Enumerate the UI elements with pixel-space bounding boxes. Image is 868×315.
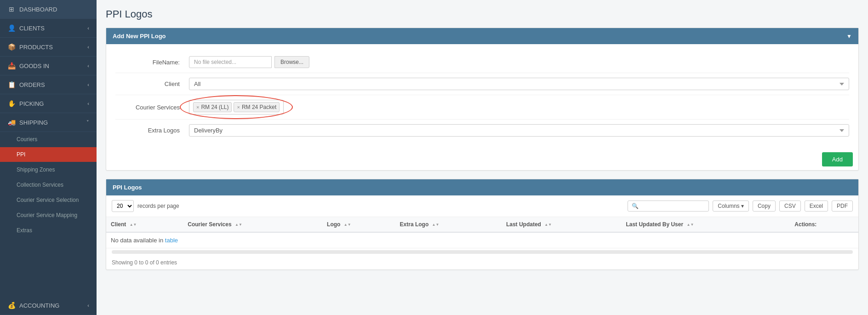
col-client: Client ▲▼ (106, 217, 183, 232)
col-last-updated-by: Last Updated By User ▲▼ (621, 217, 790, 232)
search-input[interactable] (640, 203, 705, 209)
collapse-icon[interactable]: ▼ (846, 33, 852, 40)
client-row: Client All (115, 73, 849, 95)
main-content: PPI Logos Add New PPI Logo ▼ FileName: N… (97, 0, 868, 315)
extra-logos-select[interactable]: DeliveryBy (189, 124, 849, 137)
courier-services-row: Courier Services × RM 24 (LL) × RM 24 Pa… (115, 95, 849, 120)
per-page-select[interactable]: 20 (112, 200, 134, 212)
courier-services-label: Courier Services (115, 104, 189, 111)
sidebar-item-label: CLIENTS (19, 25, 45, 32)
sort-extralogo-icon[interactable]: ▲▼ (432, 223, 440, 227)
add-form-title: Add New PPI Logo (113, 33, 166, 40)
chevron-icon: ‹ (87, 303, 89, 308)
sidebar-item-accounting[interactable]: 💰 ACCOUNTING ‹ (0, 296, 97, 315)
table-card-header: PPI Logos (106, 179, 858, 195)
chevron-icon: ˅ (86, 120, 89, 126)
sidebar-item-shipping[interactable]: 🚚 SHIPPING ˅ (0, 113, 97, 132)
courier-services-control: × RM 24 (LL) × RM 24 Packet (189, 100, 849, 115)
no-data-cell: No data available in table (106, 232, 858, 248)
col-courier-services: Courier Services ▲▼ (183, 217, 322, 232)
sidebar-item-extras[interactable]: Extras (0, 223, 97, 238)
sidebar-item-dashboard[interactable]: ⊞ DASHBOARD (0, 0, 97, 19)
extra-logos-control: DeliveryBy (189, 124, 849, 137)
shipping-icon: 🚚 (7, 119, 16, 126)
tag-label: RM 24 Packet (242, 104, 276, 110)
col-actions: Actions: (790, 217, 858, 232)
browse-button[interactable]: Browse... (274, 56, 309, 68)
tag-rm24packet: × RM 24 Packet (234, 102, 280, 112)
ppi-logos-table-card: PPI Logos 20 records per page 🔍 Columns … (106, 179, 859, 270)
chevron-icon: ‹ (87, 25, 89, 31)
chevron-icon: ‹ (87, 63, 89, 69)
csv-button[interactable]: CSV (779, 200, 801, 212)
sidebar-item-picking[interactable]: ✋ PICKING ‹ (0, 94, 97, 113)
table-toolbar: 20 records per page 🔍 Columns ▾ Copy CSV… (106, 195, 858, 217)
chevron-icon: ‹ (87, 44, 89, 50)
search-icon: 🔍 (632, 203, 639, 209)
tag-remove-rm24packet[interactable]: × (237, 104, 240, 110)
search-wrap: 🔍 (628, 200, 709, 212)
sidebar-item-ppi[interactable]: PPI (0, 147, 97, 162)
sidebar-item-label: PICKING (19, 100, 44, 107)
courier-services-tags[interactable]: × RM 24 (LL) × RM 24 Packet (189, 100, 284, 115)
filename-control: No file selected... Browse... (189, 56, 849, 68)
table-header-row: Client ▲▼ Courier Services ▲▼ Logo ▲▼ (106, 217, 858, 232)
col-logo: Logo ▲▼ (322, 217, 395, 232)
filename-row: FileName: No file selected... Browse... (115, 52, 849, 73)
pdf-button[interactable]: PDF (832, 200, 853, 212)
picking-icon: ✋ (7, 100, 16, 107)
clients-icon: 👤 (7, 24, 16, 32)
no-data-highlight: table (165, 237, 178, 244)
add-form-header: Add New PPI Logo ▼ (106, 28, 858, 44)
accounting-icon: 💰 (7, 302, 16, 309)
chevron-icon: ‹ (87, 101, 89, 106)
sort-updatedby-icon[interactable]: ▲▼ (686, 223, 694, 227)
table-scrollbar[interactable] (112, 250, 853, 254)
sidebar-item-goods-in[interactable]: 📥 GOODS IN ‹ (0, 57, 97, 75)
dashboard-icon: ⊞ (7, 6, 16, 13)
sidebar-item-courier-service-selection[interactable]: Courier Service Selection (0, 193, 97, 208)
ppi-logos-table: Client ▲▼ Courier Services ▲▼ Logo ▲▼ (106, 217, 858, 248)
add-button-row: Add (106, 149, 858, 170)
table-wrapper: Client ▲▼ Courier Services ▲▼ Logo ▲▼ (106, 217, 858, 248)
sidebar-item-label: ACCOUNTING (19, 302, 59, 309)
sort-logo-icon[interactable]: ▲▼ (344, 223, 351, 227)
columns-button[interactable]: Columns ▾ (713, 200, 749, 212)
excel-button[interactable]: Excel (805, 200, 828, 212)
client-label: Client (115, 80, 189, 87)
goods-in-icon: 📥 (7, 62, 16, 69)
copy-button[interactable]: Copy (753, 200, 776, 212)
add-button[interactable]: Add (822, 152, 853, 166)
sort-lastupdated-icon[interactable]: ▲▼ (544, 223, 552, 227)
sort-courier-icon[interactable]: ▲▼ (235, 223, 242, 227)
chevron-icon: ‹ (87, 82, 89, 87)
col-extra-logo: Extra Logo ▲▼ (395, 217, 502, 232)
sidebar-item-label: GOODS IN (19, 63, 49, 69)
sidebar: ⊞ DASHBOARD 👤 CLIENTS ‹ 📦 PRODUCTS ‹ 📥 G… (0, 0, 97, 315)
courier-services-highlight: × RM 24 (LL) × RM 24 Packet (189, 100, 284, 115)
file-text: No file selected... (189, 56, 272, 68)
sidebar-item-courier-service-mapping[interactable]: Courier Service Mapping (0, 208, 97, 223)
add-ppi-logo-card: Add New PPI Logo ▼ FileName: No file sel… (106, 28, 859, 171)
table-head: Client ▲▼ Courier Services ▲▼ Logo ▲▼ (106, 217, 858, 232)
tag-label: RM 24 (LL) (201, 104, 228, 110)
table-body: No data available in table (106, 232, 858, 248)
sidebar-item-couriers[interactable]: Couriers (0, 132, 97, 147)
sidebar-item-orders[interactable]: 📋 ORDERS ‹ (0, 75, 97, 94)
sort-client-icon[interactable]: ▲▼ (130, 223, 137, 227)
products-icon: 📦 (7, 43, 16, 51)
add-form-body: FileName: No file selected... Browse... … (106, 44, 858, 149)
tag-remove-rm24ll[interactable]: × (196, 104, 199, 110)
sidebar-item-collection-services[interactable]: Collection Services (0, 178, 97, 193)
sidebar-item-label: ORDERS (19, 81, 45, 88)
per-page-label: records per page (137, 203, 179, 209)
tag-rm24ll: × RM 24 (LL) (193, 102, 232, 112)
sidebar-item-products[interactable]: 📦 PRODUCTS ‹ (0, 38, 97, 57)
sidebar-item-clients[interactable]: 👤 CLIENTS ‹ (0, 19, 97, 38)
sidebar-item-shipping-zones[interactable]: Shipping Zones (0, 162, 97, 178)
client-select[interactable]: All (189, 78, 849, 90)
orders-icon: 📋 (7, 81, 16, 88)
table-footer: Showing 0 to 0 of 0 entries (106, 256, 858, 269)
sidebar-item-label: PRODUCTS (19, 44, 53, 51)
filename-label: FileName: (115, 59, 189, 66)
